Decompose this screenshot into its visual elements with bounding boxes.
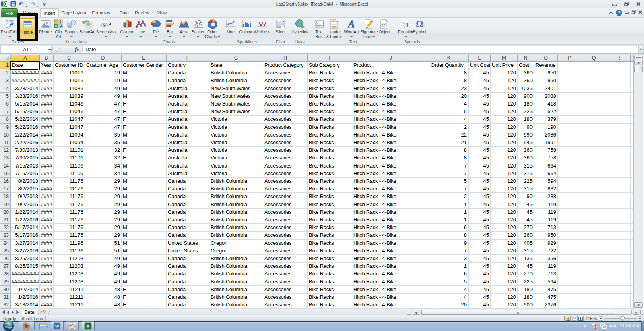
svg-text:W: W bbox=[55, 324, 59, 329]
svg-text:X: X bbox=[87, 324, 90, 329]
svg-text:?: ? bbox=[618, 10, 621, 15]
svg-text:A: A bbox=[347, 19, 355, 29]
svg-text:π: π bbox=[403, 19, 409, 29]
svg-text:Ω: Ω bbox=[416, 19, 423, 29]
svg-text:A: A bbox=[315, 21, 318, 25]
